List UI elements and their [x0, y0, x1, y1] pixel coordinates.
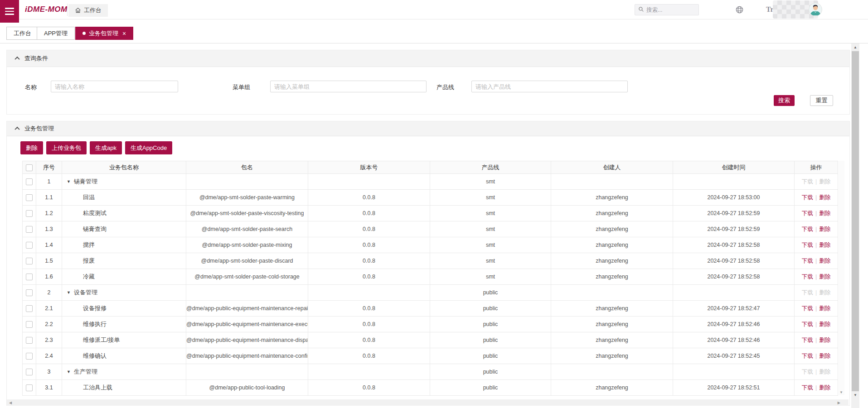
- global-search-input[interactable]: [646, 7, 692, 13]
- home-icon: [75, 7, 81, 14]
- upload-package-button[interactable]: 上传业务包: [46, 141, 87, 154]
- row-checkbox[interactable]: [26, 369, 33, 375]
- row-created-time: 2024-09-27 18:52:51: [673, 380, 795, 396]
- delete-link[interactable]: 删除: [819, 353, 830, 359]
- workbench-home-chip[interactable]: 工作台: [68, 4, 108, 17]
- tree-expand-icon[interactable]: ▼: [67, 290, 71, 295]
- generate-apk-button[interactable]: 生成apk: [90, 141, 122, 154]
- row-product-line: public: [430, 301, 551, 317]
- collapse-chevron-icon[interactable]: [15, 57, 19, 62]
- download-link[interactable]: 下载: [802, 305, 813, 312]
- delete-link[interactable]: 删除: [819, 384, 830, 391]
- row-product-line: smt: [430, 269, 551, 285]
- query-panel-header[interactable]: 查询条件: [7, 50, 849, 67]
- tree-expand-icon[interactable]: ▼: [67, 179, 71, 184]
- row-created-time: 2024-09-27 18:52:45: [673, 348, 795, 364]
- scroll-down-arrow-icon[interactable]: ▼: [839, 390, 843, 394]
- row-checkbox[interactable]: [26, 274, 33, 280]
- download-link[interactable]: 下载: [802, 258, 813, 264]
- table-vertical-scrollbar[interactable]: ▼: [839, 161, 844, 395]
- download-link[interactable]: 下载: [802, 353, 813, 359]
- row-product-line: smt: [430, 174, 551, 190]
- delete-link[interactable]: 删除: [819, 210, 830, 216]
- hamburger-menu-button[interactable]: [0, 0, 19, 23]
- row-checkbox[interactable]: [26, 226, 33, 233]
- delete-link[interactable]: 删除: [819, 305, 830, 312]
- globe-language-icon[interactable]: [735, 5, 744, 15]
- package-panel-header[interactable]: 业务包管理: [7, 121, 849, 136]
- download-link[interactable]: 下载: [802, 274, 813, 280]
- download-link[interactable]: 下载: [802, 226, 813, 232]
- tab-package-management[interactable]: 业务包管理 ×: [75, 27, 133, 40]
- row-checkbox[interactable]: [26, 178, 33, 185]
- row-checkbox[interactable]: [26, 289, 33, 296]
- row-checkbox[interactable]: [26, 384, 33, 391]
- download-link[interactable]: 下载: [802, 210, 813, 216]
- scrollbar-thumb[interactable]: [852, 51, 859, 391]
- row-creator: zhangzefeng: [551, 237, 673, 253]
- name-input[interactable]: [51, 81, 178, 92]
- row-checkbox-cell: [23, 348, 36, 364]
- download-link[interactable]: 下载: [802, 321, 813, 327]
- horizontal-scrollbar[interactable]: ◀ ▶: [7, 399, 849, 406]
- avatar[interactable]: [809, 3, 822, 16]
- row-checkbox[interactable]: [26, 353, 33, 360]
- tab-app-management[interactable]: APP管理: [37, 27, 75, 40]
- tab-workbench[interactable]: 工作台: [6, 27, 39, 40]
- row-package-name: ▼回温: [62, 190, 186, 206]
- download-link[interactable]: 下载: [802, 194, 813, 201]
- delete-link[interactable]: 删除: [819, 321, 830, 327]
- row-actions: 下载|删除: [795, 364, 838, 380]
- collapse-chevron-icon[interactable]: [15, 127, 19, 132]
- tree-expand-icon[interactable]: ▼: [67, 370, 71, 374]
- page-vertical-scrollbar[interactable]: ▲ ▼: [851, 43, 859, 408]
- scroll-left-arrow-icon[interactable]: ◀: [9, 401, 12, 405]
- row-version: 0.0.8: [308, 190, 430, 206]
- row-actions: 下载|删除: [795, 285, 838, 301]
- delete-link[interactable]: 删除: [819, 242, 830, 248]
- row-checkbox[interactable]: [26, 242, 33, 249]
- row-created-time: 2024-09-27 18:52:58: [673, 269, 795, 285]
- select-all-checkbox[interactable]: [26, 164, 33, 171]
- row-index: 3: [36, 364, 62, 380]
- row-checkbox[interactable]: [26, 258, 33, 264]
- row-checkbox[interactable]: [26, 210, 33, 217]
- global-search-box[interactable]: [635, 4, 699, 15]
- row-checkbox[interactable]: [26, 194, 33, 201]
- delete-link[interactable]: 删除: [819, 226, 830, 232]
- product-line-input[interactable]: [471, 81, 628, 92]
- delete-link[interactable]: 删除: [819, 258, 830, 264]
- download-link[interactable]: 下载: [802, 242, 813, 248]
- row-product-line: public: [430, 348, 551, 364]
- scroll-right-arrow-icon[interactable]: ▶: [838, 401, 840, 405]
- row-index: 1.1: [36, 190, 62, 206]
- row-index: 1.4: [36, 237, 62, 253]
- scroll-up-arrow-icon[interactable]: ▲: [851, 43, 859, 51]
- search-button[interactable]: 搜索: [774, 95, 795, 106]
- download-link[interactable]: 下载: [802, 384, 813, 391]
- row-index: 2: [36, 285, 62, 301]
- row-package-name: ▼设备管理: [62, 285, 186, 301]
- row-created-time: [673, 174, 795, 190]
- reset-button[interactable]: 重置: [810, 95, 833, 106]
- row-creator: zhangzefeng: [551, 221, 673, 237]
- row-checkbox-cell: [23, 332, 36, 348]
- row-checkbox[interactable]: [26, 337, 33, 344]
- row-version: [308, 364, 430, 380]
- menu-group-input[interactable]: [270, 81, 427, 92]
- row-checkbox[interactable]: [26, 305, 33, 312]
- delete-link[interactable]: 删除: [819, 337, 830, 343]
- delete-link: 删除: [819, 178, 830, 185]
- download-link[interactable]: 下载: [802, 337, 813, 343]
- row-version: 0.0.8: [308, 206, 430, 221]
- row-index: 3.1: [36, 380, 62, 396]
- row-checkbox[interactable]: [26, 321, 33, 328]
- delete-button[interactable]: 删除: [20, 141, 43, 154]
- scroll-down-arrow-icon[interactable]: ▼: [851, 391, 859, 399]
- row-product-line: public: [430, 317, 551, 332]
- delete-link[interactable]: 删除: [819, 194, 830, 201]
- generate-appcode-button[interactable]: 生成AppCode: [125, 141, 172, 154]
- package-management-panel: 业务包管理 删除 上传业务包 生成apk 生成AppCode 序号 业务包名称: [6, 121, 850, 406]
- tab-close-icon[interactable]: ×: [122, 30, 126, 37]
- delete-link[interactable]: 删除: [819, 274, 830, 280]
